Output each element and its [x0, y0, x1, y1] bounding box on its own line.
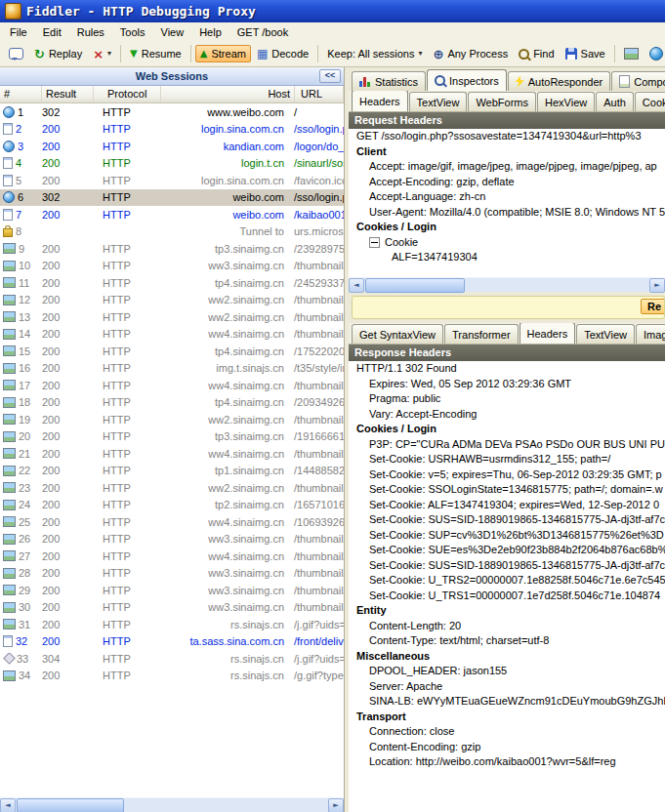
tab-get-syntaxview[interactable]: Get SyntaxView — [352, 324, 443, 344]
column-header[interactable]: # — [0, 86, 42, 102]
scroll-right-button[interactable] — [328, 798, 344, 812]
session-row[interactable]: 28200HTTPww3.sinaimg.cn/thumbnail/56ab — [0, 565, 344, 583]
tab-webforms[interactable]: WebForms — [468, 92, 536, 111]
session-row[interactable]: 33304HTTPrs.sinajs.cn/j.gif?uids=2072 — [0, 650, 344, 668]
decode-toggle[interactable]: Decode — [252, 45, 313, 62]
session-row[interactable]: 18200HTTPtp4.sinaimg.cn/2093492691/50 — [0, 394, 344, 412]
session-row[interactable]: 10200HTTPww3.sinaimg.cn/thumbnail/3feb — [0, 258, 344, 275]
session-row[interactable]: 15200HTTPtp4.sinaimg.cn/1752202027/50 — [0, 343, 344, 360]
header-section-title: Transport — [349, 710, 665, 725]
session-row[interactable]: 31200HTTPrs.sinajs.cn/j.gif?uids=1421 — [0, 616, 344, 633]
session-row[interactable]: 9200HTTPtp3.sinaimg.cn/2392897554/5 — [0, 240, 344, 258]
session-row[interactable]: 13200HTTPww2.sinaimg.cn/thumbnail/8fac — [0, 308, 344, 326]
session-row[interactable]: 14200HTTPww4.sinaimg.cn/thumbnail/6482 — [0, 326, 344, 344]
session-row[interactable]: 11200HTTPtp4.sinaimg.cn/2452933723/5 — [0, 274, 344, 292]
menu-item[interactable]: File — [2, 24, 35, 40]
column-header[interactable]: Result — [42, 86, 94, 102]
collapse-toggle-icon[interactable] — [369, 237, 380, 248]
collapse-panel-button[interactable]: << — [319, 69, 341, 83]
session-row[interactable]: 2200HTTPlogin.sina.com.cn/sso/login.php?… — [0, 121, 344, 139]
session-row[interactable]: 34200HTTPrs.sinajs.cn/g.gif?type=1&t — [0, 668, 344, 685]
host-cell: tp4.sinaimg.cn — [155, 396, 288, 408]
result-cell: 200 — [38, 567, 89, 579]
find-button[interactable]: Find — [514, 45, 559, 62]
tab-transformer[interactable]: Transformer — [444, 324, 519, 344]
menu-item[interactable]: GET /book — [229, 24, 296, 40]
session-row[interactable]: 1302HTTPwww.weibo.com/ — [0, 103, 344, 121]
encoded-response-notice[interactable]: Re — [352, 296, 665, 319]
column-header[interactable]: Host — [161, 86, 295, 102]
tab-cookies[interactable]: Cookies — [635, 92, 665, 111]
replay-button[interactable]: Replay — [29, 45, 87, 63]
session-row[interactable]: 27200HTTPww4.sinaimg.cn/thumbnail/61e6 — [0, 548, 344, 565]
session-number: 22 — [19, 465, 30, 476]
tab-hexview[interactable]: HexView — [537, 92, 595, 111]
session-row[interactable]: 8Tunnel tours.microsoft.com — [0, 223, 344, 241]
session-row[interactable]: 24200HTTPtp2.sinaimg.cn/1657101625/50 — [0, 497, 344, 514]
session-row[interactable]: 12200HTTPww2.sinaimg.cn/thumbnail/9234 — [0, 292, 344, 309]
remove-sessions-button[interactable] — [88, 45, 116, 63]
session-row[interactable]: 22200HTTPtp1.sinaimg.cn/1448858232/50 — [0, 463, 344, 480]
menu-item[interactable]: Tools — [112, 24, 153, 40]
screenshot-button[interactable] — [619, 45, 644, 62]
tab-headers[interactable]: Headers — [352, 91, 408, 111]
tab-autoresponder[interactable]: AutoResponder — [508, 71, 610, 91]
tab-textview[interactable]: TextView — [409, 92, 468, 111]
session-row[interactable]: 29200HTTPww3.sinaimg.cn/thumbnail/684f — [0, 582, 344, 599]
tab-auth[interactable]: Auth — [596, 92, 634, 111]
session-row[interactable]: 25200HTTPww4.sinaimg.cn/1069392615/50 — [0, 513, 344, 531]
session-row[interactable]: 5200HTTPlogin.sina.com.cn/favicon.ico — [0, 172, 344, 189]
session-row[interactable]: 7200HTTPweibo.com/kaibao001?wvr- — [0, 206, 344, 223]
session-row[interactable]: 30200HTTPww3.sinaimg.cn/thumbnail/624c — [0, 599, 344, 617]
request-inspector-tabs: HeadersTextViewWebFormsHexViewAuthCookie… — [349, 91, 665, 112]
session-number: 26 — [19, 533, 30, 545]
session-row[interactable]: 16200HTTPimg.t.sinajs.cn/t35/style/image — [0, 360, 344, 378]
session-row[interactable]: 32200HTTPta.sass.sina.com.cn/front/deliv… — [0, 633, 344, 651]
session-row[interactable]: 23200HTTPww2.sinaimg.cn/thumbnail/93b8 — [0, 479, 344, 497]
menu-item[interactable]: Rules — [69, 24, 112, 40]
host-cell: ww2.sinaimg.cn — [155, 294, 288, 305]
session-row[interactable]: 3200HTTPkandian.com/logon/do_cross — [0, 138, 344, 155]
tab-inspectors[interactable]: Inspectors — [427, 69, 507, 91]
comment-button[interactable] — [4, 45, 28, 62]
request-horizontal-scrollbar[interactable] — [349, 277, 665, 292]
decode-response-button[interactable]: Re — [641, 299, 665, 314]
session-row[interactable]: 17200HTTPww4.sinaimg.cn/thumbnail/6870 — [0, 377, 344, 394]
column-header[interactable]: Protocol — [94, 86, 161, 102]
url-cell: /2452933723/5 — [288, 277, 344, 289]
tab-headers[interactable]: Headers — [520, 323, 576, 344]
globe-icon — [3, 106, 15, 118]
tab-imageview[interactable]: ImageView — [636, 324, 665, 344]
any-process-button[interactable]: Any Process — [428, 45, 513, 63]
tab-statistics[interactable]: Statistics — [352, 71, 426, 91]
save-button[interactable]: Save — [561, 45, 610, 62]
browse-button[interactable]: Br — [644, 44, 665, 63]
session-row[interactable]: 6302HTTPweibo.com/sso/login.php?s — [0, 189, 344, 207]
scroll-left-button[interactable] — [0, 798, 16, 812]
session-number-cell: 22 — [0, 465, 38, 476]
menu-item[interactable]: View — [153, 24, 192, 40]
column-header[interactable]: URL — [295, 86, 344, 102]
stream-toggle[interactable]: Stream — [195, 45, 251, 62]
menu-item[interactable]: Edit — [35, 24, 69, 40]
resume-button[interactable]: Resume — [125, 45, 187, 62]
lock-icon — [3, 228, 13, 237]
url-cell: /front/deliver?p — [288, 635, 344, 647]
result-cell: 200 — [38, 209, 89, 221]
scrollbar-thumb[interactable] — [365, 278, 465, 293]
scroll-left-button[interactable] — [349, 278, 364, 293]
scrollbar-thumb[interactable] — [17, 798, 124, 812]
session-row[interactable]: 19200HTTPww2.sinaimg.cn/thumbnail/6391 — [0, 411, 344, 428]
session-row[interactable]: 21200HTTPww4.sinaimg.cn/thumbnail/6106 — [0, 445, 344, 463]
session-row[interactable]: 20200HTTPtp3.sinaimg.cn/1916666114/50 — [0, 428, 344, 446]
session-row[interactable]: 4200HTTPlogin.t.cn/sinaurl/sos.jsor — [0, 155, 344, 173]
menu-item[interactable]: Help — [191, 24, 229, 40]
keep-sessions-dropdown[interactable]: Keep: All sessions — [322, 45, 427, 62]
scroll-right-button[interactable] — [649, 278, 665, 293]
img-icon — [3, 345, 16, 356]
tab-composer[interactable]: Composer — [611, 71, 665, 91]
tab-textview[interactable]: TextView — [576, 324, 635, 344]
session-row[interactable]: 26200HTTPww3.sinaimg.cn/thumbnail/9b62 — [0, 531, 344, 548]
sessions-horizontal-scrollbar[interactable] — [0, 797, 344, 812]
protocol-cell: HTTP — [89, 430, 155, 442]
